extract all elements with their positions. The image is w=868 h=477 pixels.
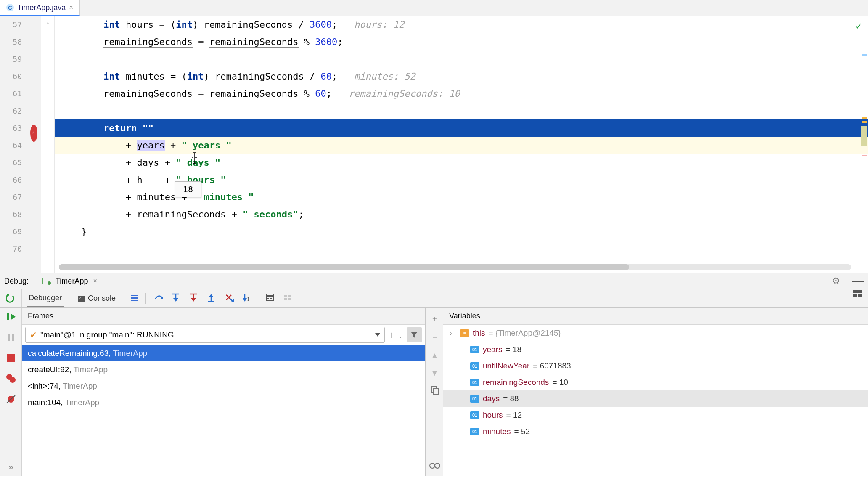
svg-rect-17: [284, 298, 287, 300]
variable-row[interactable]: 01hours = 12: [443, 407, 868, 423]
view-breakpoints-icon[interactable]: [6, 374, 16, 385]
run-config-icon: [42, 278, 50, 284]
frames-panel: Frames ✔ "main"@1 in group "main": RUNNI…: [22, 308, 426, 476]
variable-row[interactable]: 01days = 88: [443, 390, 868, 407]
code-line[interactable]: int minutes = (int) remainingSeconds / 6…: [55, 68, 868, 85]
drop-frame-icon[interactable]: [225, 293, 234, 304]
code-area[interactable]: ✓ int hours = (int) remainingSeconds / 3…: [55, 16, 868, 273]
step-over-icon[interactable]: [154, 293, 163, 304]
editor-horizontal-scrollbar[interactable]: [59, 264, 851, 270]
copy-icon[interactable]: [431, 385, 439, 397]
variable-row[interactable]: 01untilNewYear = 6071883: [443, 358, 868, 374]
svg-rect-16: [288, 295, 291, 297]
variable-row[interactable]: 01years = 18: [443, 341, 868, 358]
debug-config-name[interactable]: TimerApp: [56, 277, 88, 286]
svg-rect-2: [131, 300, 138, 301]
resume-program-icon[interactable]: [6, 312, 16, 324]
svg-rect-1: [131, 297, 138, 299]
next-frame-icon[interactable]: ↓: [398, 329, 402, 340]
filter-frames-icon[interactable]: [407, 327, 422, 342]
variables-header: Variables: [443, 308, 868, 325]
code-line[interactable]: remainingSeconds = remainingSeconds % 60…: [55, 85, 868, 102]
breakpoint-gutter[interactable]: [26, 16, 41, 273]
class-icon: C: [6, 4, 14, 11]
close-tab-icon[interactable]: ×: [69, 4, 73, 11]
threads-icon[interactable]: [130, 294, 140, 303]
stack-frame[interactable]: createUI:92, TimerApp: [22, 361, 425, 378]
svg-text:I: I: [247, 296, 249, 302]
tab-debugger[interactable]: Debugger: [27, 290, 64, 307]
svg-rect-22: [7, 313, 9, 320]
fold-gutter: ⌃: [41, 16, 55, 273]
down-icon[interactable]: ▼: [431, 368, 439, 378]
code-line[interactable]: remainingSeconds = remainingSeconds % 36…: [55, 33, 868, 50]
stack-frame[interactable]: <init>:74, TimerApp: [22, 378, 425, 394]
evaluate-expression-icon[interactable]: [265, 293, 275, 304]
code-line[interactable]: + remainingSeconds + " seconds";: [55, 206, 868, 223]
close-session-icon[interactable]: ×: [93, 277, 97, 285]
rerun-button[interactable]: [0, 289, 22, 307]
run-to-cursor-icon[interactable]: I: [242, 293, 251, 304]
code-line[interactable]: int hours = (int) remainingSeconds / 360…: [55, 16, 868, 33]
svg-point-33: [435, 463, 440, 468]
variable-row[interactable]: ›≡this = {TimerApp@2145}: [443, 325, 868, 341]
primitive-icon: 01: [470, 428, 479, 435]
thread-status-icon: ✔: [30, 330, 37, 340]
code-line[interactable]: }: [55, 223, 868, 240]
variable-row[interactable]: 01minutes = 52: [443, 423, 868, 440]
variable-row[interactable]: 01remainingSeconds = 10: [443, 374, 868, 390]
editor-tabbar: C TimerApp.java ×: [0, 0, 868, 16]
frames-side-toolbar: ＋ － ▲ ▼: [426, 308, 443, 476]
svg-rect-11: [266, 294, 274, 301]
editor-tab[interactable]: C TimerApp.java ×: [0, 0, 80, 16]
minimize-toolwindow-icon[interactable]: —: [852, 279, 864, 283]
add-watch-icon[interactable]: ＋: [431, 313, 439, 324]
svg-rect-23: [8, 334, 10, 341]
step-out-icon[interactable]: [207, 293, 216, 304]
prev-frame-icon[interactable]: ↑: [389, 329, 394, 340]
up-icon[interactable]: ▲: [431, 351, 439, 360]
remove-watch-icon[interactable]: －: [431, 332, 439, 343]
code-line[interactable]: + years + " years ": [55, 137, 868, 154]
error-stripe[interactable]: [860, 16, 868, 273]
show-watches-icon[interactable]: [429, 461, 441, 471]
more-actions-icon[interactable]: »: [8, 462, 13, 473]
svg-rect-21: [858, 294, 862, 297]
code-editor[interactable]: 5758596061626364656667686970 ⌃ ✓ int hou…: [0, 16, 868, 273]
svg-rect-0: [131, 295, 138, 296]
stack-frame[interactable]: calculateRemaining:63, TimerApp: [22, 345, 425, 361]
primitive-icon: 01: [470, 411, 479, 419]
debug-toolbar: Debugger Console I: [0, 289, 868, 308]
variables-panel: Variables ›≡this = {TimerApp@2145}01year…: [443, 308, 868, 476]
text-cursor-icon: [190, 152, 198, 164]
variable-list[interactable]: ›≡this = {TimerApp@2145}01years = 1801un…: [443, 325, 868, 476]
thread-name: "main"@1 in group "main": RUNNING: [40, 330, 375, 339]
pause-program-icon[interactable]: [7, 333, 15, 344]
svg-rect-15: [284, 295, 287, 297]
frame-list[interactable]: calculateRemaining:63, TimerAppcreateUI:…: [22, 345, 425, 476]
step-into-icon[interactable]: [172, 293, 181, 304]
debug-side-toolbar: »: [0, 308, 22, 476]
frames-header: Frames: [22, 308, 425, 325]
debug-panels: » Frames ✔ "main"@1 in group "main": RUN…: [0, 308, 868, 476]
stack-frame[interactable]: main:104, TimerApp: [22, 394, 425, 411]
code-line[interactable]: return "": [55, 119, 868, 137]
line-number-gutter: 5758596061626364656667686970: [0, 16, 26, 273]
layout-settings-icon[interactable]: [853, 289, 862, 307]
tab-filename: TimerApp.java: [17, 3, 66, 12]
code-line[interactable]: [55, 102, 868, 119]
tab-console[interactable]: Console: [76, 290, 117, 307]
stop-program-icon[interactable]: [7, 353, 15, 364]
code-line[interactable]: + days + " days ": [55, 154, 868, 171]
svg-rect-12: [267, 295, 273, 297]
svg-rect-25: [7, 354, 15, 362]
mute-breakpoints-icon[interactable]: [6, 395, 16, 406]
code-line[interactable]: [55, 240, 868, 257]
object-icon: ≡: [460, 329, 469, 337]
code-line[interactable]: [55, 50, 868, 68]
thread-selector[interactable]: ✔ "main"@1 in group "main": RUNNING: [25, 327, 385, 343]
force-step-into-icon[interactable]: [189, 293, 198, 304]
console-icon: [78, 296, 85, 302]
settings-gear-icon[interactable]: ⚙: [832, 276, 840, 286]
trace-current-stream-icon[interactable]: [283, 293, 292, 304]
